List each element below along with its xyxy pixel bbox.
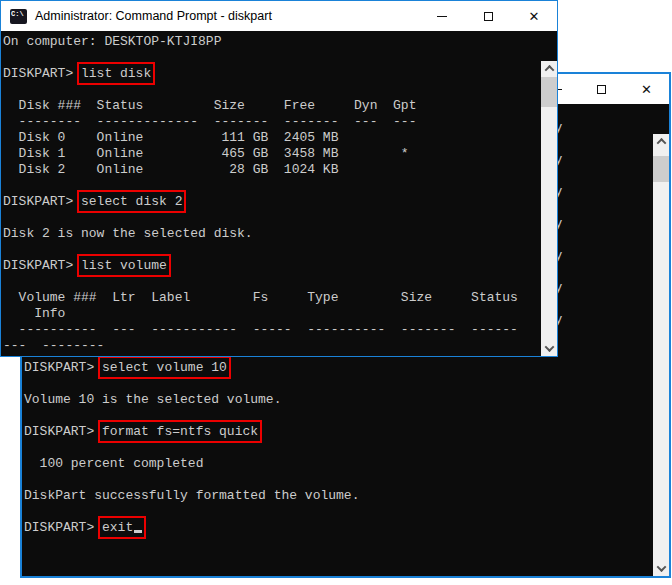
console-line <box>3 242 541 258</box>
console-line <box>3 274 541 290</box>
close-button[interactable]: ✕ <box>624 74 669 104</box>
annotation-box: list disk <box>81 66 151 81</box>
maximize-button[interactable] <box>465 1 511 31</box>
console-line: Disk 1 Online 465 GB 3458 MB * <box>3 146 541 162</box>
maximize-icon <box>597 85 606 94</box>
vertical-scrollbar[interactable] <box>541 61 557 356</box>
console-line: 100 percent completed <box>24 456 653 472</box>
minimize-button[interactable] <box>419 1 465 31</box>
text-cursor <box>134 530 142 533</box>
console-line <box>3 50 541 66</box>
maximize-button[interactable] <box>579 74 624 104</box>
titlebar[interactable]: C:\ Administrator: Command Prompt - disk… <box>1 1 557 31</box>
console-line <box>24 376 653 392</box>
maximize-icon <box>484 12 493 21</box>
vertical-scrollbar[interactable] <box>653 134 669 576</box>
console-line: Volume ### Ltr Label Fs Type Size Status <box>3 290 541 306</box>
front-window: C:\ Administrator: Command Prompt - disk… <box>0 0 558 357</box>
console-line: Volume 10 is the selected volume. <box>24 392 653 408</box>
console-line: On computer: DESKTOP-KTJI8PP <box>3 34 541 50</box>
scroll-down-icon[interactable] <box>541 341 557 356</box>
desktop: ✕ y y <box>0 0 672 585</box>
console-line <box>24 440 653 456</box>
window-title: Administrator: Command Prompt - diskpart <box>35 9 272 23</box>
console-line: Disk 2 Online 28 GB 1024 KB <box>3 162 541 178</box>
minimize-icon <box>437 16 447 17</box>
console-line: Disk 2 is now the selected disk. <box>3 226 541 242</box>
console-line: DISKPART> exit <box>24 520 653 536</box>
close-icon: ✕ <box>641 83 652 96</box>
scrollbar-thumb[interactable] <box>541 77 557 107</box>
console-line: DISKPART> select volume 10 <box>24 360 653 376</box>
console-line: DISKPART> select disk 2 <box>3 194 541 210</box>
console-line: DISKPART> list disk <box>3 66 541 82</box>
cmd-icon: C:\ <box>10 9 27 24</box>
console-line <box>3 178 541 194</box>
close-icon: ✕ <box>529 10 540 23</box>
annotation-box: format fs=ntfs quick <box>102 424 258 439</box>
title-area: C:\ Administrator: Command Prompt - disk… <box>10 1 272 31</box>
console-line: DISKPART> format fs=ntfs quick <box>24 424 653 440</box>
console-line <box>24 472 653 488</box>
scrollbar-thumb[interactable] <box>653 156 669 182</box>
console-line: DISKPART> list volume <box>3 258 541 274</box>
close-button[interactable]: ✕ <box>511 1 557 31</box>
console-line: -------- ------------- ------- ------- -… <box>3 114 541 130</box>
console-line <box>3 210 541 226</box>
console-line <box>3 82 541 98</box>
caption-buttons: ✕ <box>419 1 557 31</box>
annotation-box: list volume <box>81 258 167 273</box>
scroll-up-icon[interactable] <box>653 134 669 149</box>
console-line: DiskPart successfully formatted the volu… <box>24 488 653 504</box>
console-line: Disk 0 Online 111 GB 2405 MB <box>3 130 541 146</box>
annotation-box: exit <box>102 520 142 535</box>
console-line <box>24 408 653 424</box>
annotation-box: select volume 10 <box>102 360 227 375</box>
annotation-box: select disk 2 <box>81 194 182 209</box>
console-line <box>24 504 653 520</box>
console-line: ---------- --- ----------- ----- -------… <box>3 322 541 338</box>
console-line: Info <box>3 306 541 322</box>
console[interactable]: On computer: DESKTOP-KTJI8PPDISKPART> li… <box>1 31 557 356</box>
front-console-text: On computer: DESKTOP-KTJI8PPDISKPART> li… <box>1 31 541 356</box>
console-line: Disk ### Status Size Free Dyn Gpt <box>3 98 541 114</box>
scroll-up-icon[interactable] <box>541 61 557 76</box>
console-line: --- -------- <box>3 338 541 354</box>
scroll-down-icon[interactable] <box>653 561 669 576</box>
